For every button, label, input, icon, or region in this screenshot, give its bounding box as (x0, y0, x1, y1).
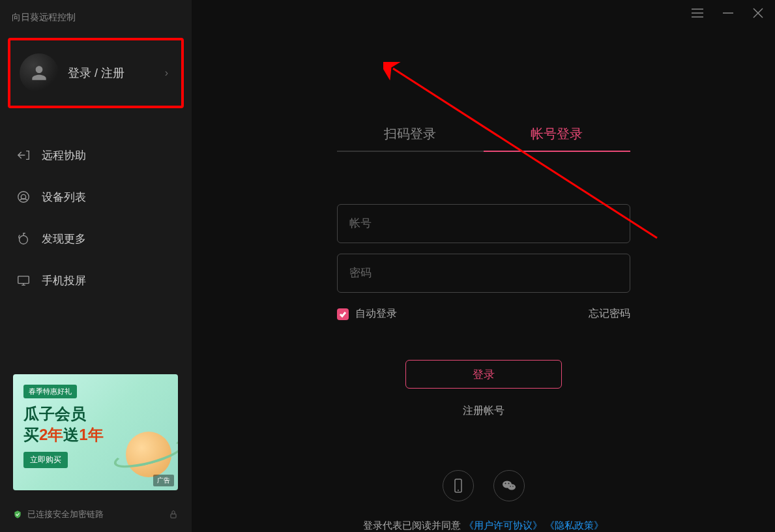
tab-account-login[interactable]: 帐号登录 (484, 117, 630, 152)
privacy-policy-link[interactable]: 《隐私政策》 (545, 520, 604, 531)
auto-login-label: 自动登录 (355, 307, 397, 321)
svg-rect-4 (171, 514, 176, 518)
phone-icon (450, 478, 466, 494)
sidebar: 向日葵远程控制 登录 / 注册 › 远程协助 设备列表 发现更多 (0, 0, 192, 532)
nav-item-discover[interactable]: 发现更多 (0, 218, 192, 259)
register-link[interactable]: 注册帐号 (463, 404, 504, 418)
svg-rect-3 (18, 276, 29, 284)
nav-item-screen-cast[interactable]: 手机投屏 (0, 259, 192, 301)
sidebar-footer: 已连接安全加密链路 (0, 499, 192, 532)
svg-point-0 (18, 192, 29, 203)
svg-point-12 (458, 490, 459, 491)
nav-item-device-list[interactable]: 设备列表 (0, 176, 192, 218)
forgot-password-link[interactable]: 忘记密码 (589, 307, 630, 321)
promo-badge: 春季特惠好礼 (23, 385, 77, 398)
user-icon (29, 63, 50, 83)
discover-icon (16, 231, 31, 246)
login-tabs: 扫码登录 帐号登录 (337, 117, 630, 152)
nav-label: 设备列表 (42, 190, 86, 205)
remote-assist-icon (16, 147, 31, 163)
device-list-icon (16, 189, 31, 205)
minimize-button[interactable] (723, 12, 733, 14)
nav-label: 远程协助 (42, 148, 86, 163)
wechat-icon (501, 478, 517, 494)
chevron-right-icon: › (165, 67, 168, 79)
license-agreement-link[interactable]: 《用户许可协议》 (464, 520, 542, 531)
login-button[interactable]: 登录 (405, 360, 562, 389)
menu-button[interactable] (692, 8, 703, 18)
svg-point-16 (508, 483, 509, 484)
svg-point-2 (20, 235, 28, 244)
agreement-text: 登录代表已阅读并同意 《用户许可协议》 《隐私政策》 (363, 520, 603, 532)
ad-tag: 广告 (153, 475, 174, 486)
hamburger-icon (692, 8, 703, 18)
password-input[interactable] (337, 254, 630, 293)
login-panel: 扫码登录 帐号登录 自动登录 忘记密码 登录 注册帐号 (192, 26, 775, 532)
nav-label: 手机投屏 (42, 273, 86, 288)
minimize-icon (723, 12, 733, 14)
tab-scan-login[interactable]: 扫码登录 (337, 117, 484, 152)
social-login-row (443, 470, 525, 501)
wechat-login-button[interactable] (493, 470, 525, 501)
avatar (20, 53, 59, 93)
svg-point-17 (510, 486, 511, 487)
screen-cast-icon (16, 273, 31, 288)
main-content: 扫码登录 帐号登录 自动登录 忘记密码 登录 注册帐号 (192, 0, 775, 532)
nav-list: 远程协助 设备列表 发现更多 手机投屏 (0, 134, 192, 365)
titlebar (192, 0, 775, 26)
checkbox-checked-icon (337, 308, 349, 320)
promo-decor-icon (113, 419, 171, 477)
nav-label: 发现更多 (42, 231, 86, 246)
lock-icon[interactable] (168, 509, 179, 520)
promo-ad[interactable]: 春季特惠好礼 瓜子会员 买2年送1年 立即购买 广告 (13, 374, 178, 490)
mobile-login-button[interactable] (443, 470, 474, 501)
shield-check-icon (13, 510, 22, 519)
close-icon (753, 8, 763, 18)
login-register-label: 登录 / 注册 (68, 65, 165, 81)
account-input[interactable] (337, 204, 630, 243)
svg-point-18 (512, 486, 514, 487)
form-options-row: 自动登录 忘记密码 (337, 307, 630, 321)
connection-status: 已连接安全加密链路 (13, 509, 104, 520)
app-title: 向日葵远程控制 (0, 0, 192, 31)
svg-point-15 (504, 483, 506, 484)
login-register-card[interactable]: 登录 / 注册 › (8, 38, 184, 108)
svg-point-14 (508, 484, 516, 490)
promo-buy-button[interactable]: 立即购买 (23, 452, 68, 468)
close-button[interactable] (753, 8, 763, 18)
nav-item-remote-assist[interactable]: 远程协助 (0, 134, 192, 176)
login-form: 自动登录 忘记密码 (337, 204, 630, 321)
auto-login-checkbox[interactable]: 自动登录 (337, 307, 397, 321)
